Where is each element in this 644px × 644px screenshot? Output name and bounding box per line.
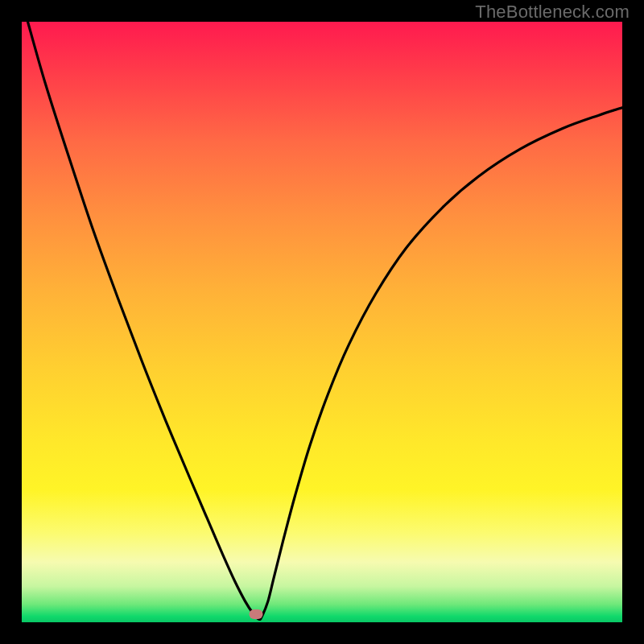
plot-area	[22, 22, 622, 622]
minimum-marker	[249, 609, 262, 619]
bottleneck-curve	[22, 22, 622, 622]
chart-frame: TheBottleneck.com	[0, 0, 644, 644]
watermark-text: TheBottleneck.com	[475, 2, 630, 23]
